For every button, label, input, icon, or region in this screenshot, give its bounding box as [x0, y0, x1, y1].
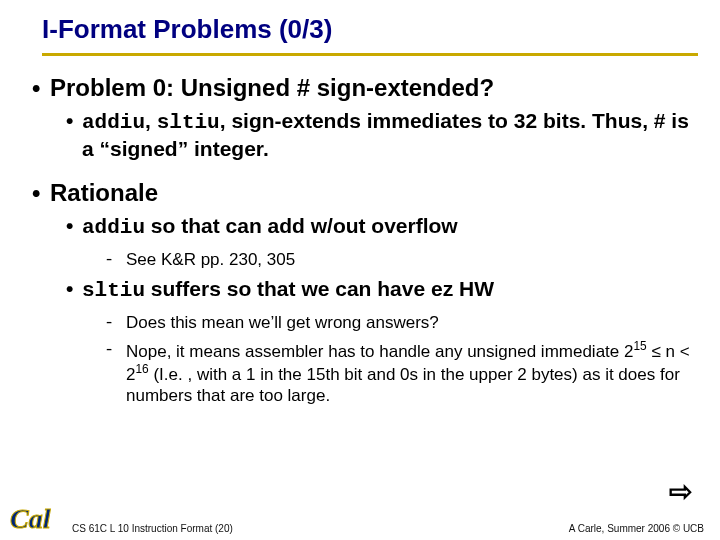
- sub-sub-bullet-wrong: - Does this mean we’ll get wrong answers…: [104, 312, 698, 333]
- bullet-text: Rationale: [50, 179, 158, 207]
- bullet-text: Nope, it means assembler has to handle a…: [126, 339, 698, 406]
- sub-sub-bullet-kr: - See K&R pp. 230, 305: [104, 249, 698, 270]
- bullet-text: addiu, sltiu, sign-extends immediates to…: [82, 108, 698, 161]
- bullet-text: sltiu suffers so that we can have ez HW: [82, 276, 494, 304]
- next-arrow-icon: ⇨: [669, 475, 692, 508]
- bullet-rationale: • Rationale: [32, 179, 698, 207]
- svg-text:Cal: Cal: [10, 503, 51, 534]
- sub-bullet-addiu: • addiu so that can add w/out overflow: [66, 213, 698, 241]
- sub-sub-bullet-assembler: - Nope, it means assembler has to handle…: [104, 339, 698, 406]
- bullet-text: See K&R pp. 230, 305: [126, 249, 698, 270]
- code-addiu: addiu: [82, 216, 145, 239]
- bullet-problem-0: • Problem 0: Unsigned # sign-extended?: [32, 74, 698, 102]
- cal-logo: Cal: [8, 500, 64, 536]
- slide-content: • Problem 0: Unsigned # sign-extended? •…: [0, 56, 720, 406]
- footer-left: CS 61C L 10 Instruction Format (20): [72, 523, 233, 534]
- bullet-text: Problem 0: Unsigned # sign-extended?: [50, 74, 494, 102]
- sub-bullet-signextend: • addiu, sltiu, sign-extends immediates …: [66, 108, 698, 161]
- code-addiu: addiu: [82, 111, 145, 134]
- bullet-text: addiu so that can add w/out overflow: [82, 213, 458, 241]
- sub-bullet-sltiu: • sltiu suffers so that we can have ez H…: [66, 276, 698, 304]
- bullet-text: Does this mean we’ll get wrong answers?: [126, 312, 698, 333]
- code-sltiu: sltiu: [157, 111, 220, 134]
- footer-right: A Carle, Summer 2006 © UCB: [569, 523, 704, 534]
- code-sltiu: sltiu: [82, 279, 145, 302]
- slide-title: I-Format Problems (0/3): [42, 14, 720, 45]
